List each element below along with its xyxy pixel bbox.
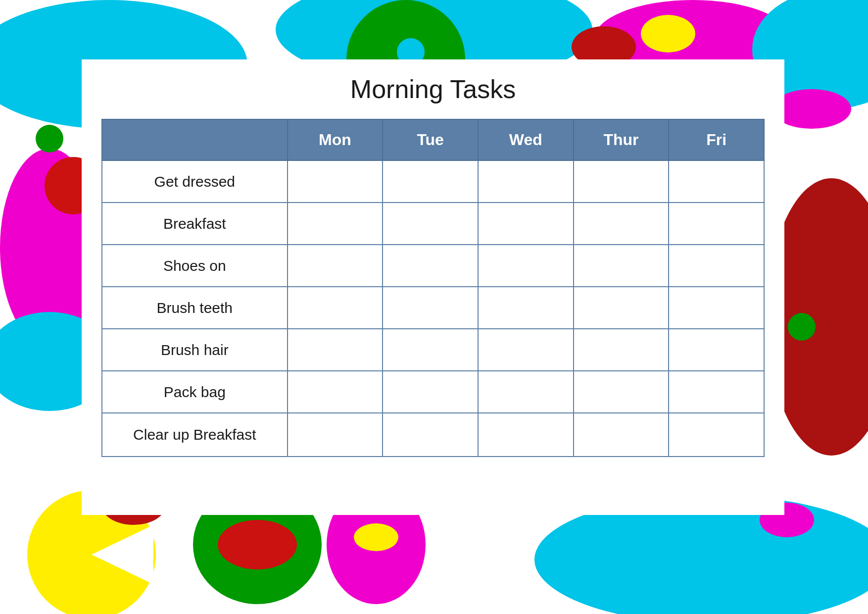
task-cell[interactable]: [383, 287, 478, 329]
task-cell[interactable]: [288, 287, 383, 329]
col-header-thur: Thur: [574, 119, 669, 160]
task-cell[interactable]: [383, 329, 478, 371]
task-cell[interactable]: [288, 245, 383, 287]
svg-point-20: [218, 520, 297, 569]
col-header-fri: Fri: [669, 119, 764, 160]
task-cell[interactable]: [383, 413, 478, 457]
svg-point-13: [36, 125, 63, 153]
task-label: Shoes on: [102, 245, 288, 287]
task-cell[interactable]: [669, 371, 764, 413]
task-label: Breakfast: [102, 203, 288, 245]
table-row: Clear up Breakfast: [102, 413, 764, 457]
svg-point-8: [641, 15, 695, 52]
task-label: Brush teeth: [102, 287, 288, 329]
task-cell[interactable]: [478, 245, 574, 287]
task-label: Get dressed: [102, 160, 288, 203]
task-cell[interactable]: [574, 160, 669, 203]
svg-point-22: [354, 523, 398, 551]
task-cell[interactable]: [478, 160, 574, 203]
task-cell[interactable]: [478, 203, 574, 245]
svg-marker-17: [92, 525, 153, 584]
task-cell[interactable]: [574, 245, 669, 287]
task-cell[interactable]: [574, 203, 669, 245]
task-cell[interactable]: [383, 160, 478, 203]
table-row: Shoes on: [102, 245, 764, 287]
task-cell[interactable]: [478, 413, 574, 457]
task-cell[interactable]: [478, 287, 574, 329]
page-title: Morning Tasks: [101, 74, 765, 104]
tasks-table: Mon Tue Wed Thur Fri Get dressedBreakfas…: [101, 119, 765, 457]
task-cell[interactable]: [288, 371, 383, 413]
task-cell[interactable]: [669, 203, 764, 245]
task-cell[interactable]: [478, 371, 574, 413]
table-row: Get dressed: [102, 160, 764, 203]
task-cell[interactable]: [383, 371, 478, 413]
task-cell[interactable]: [669, 287, 764, 329]
task-cell[interactable]: [574, 329, 669, 371]
col-header-wed: Wed: [478, 119, 574, 160]
task-col-header: [102, 119, 288, 160]
col-header-mon: Mon: [288, 119, 383, 160]
task-label: Pack bag: [102, 371, 288, 413]
task-cell[interactable]: [383, 203, 478, 245]
task-label: Brush hair: [102, 329, 288, 371]
task-cell[interactable]: [383, 245, 478, 287]
main-card: Morning Tasks Mon Tue Wed Thur Fri Get d…: [82, 59, 784, 515]
task-cell[interactable]: [669, 329, 764, 371]
task-cell[interactable]: [288, 203, 383, 245]
task-cell[interactable]: [574, 371, 669, 413]
task-cell[interactable]: [288, 160, 383, 203]
table-row: Brush teeth: [102, 287, 764, 329]
svg-point-15: [788, 313, 816, 341]
task-cell[interactable]: [574, 287, 669, 329]
table-row: Pack bag: [102, 371, 764, 413]
task-cell[interactable]: [574, 413, 669, 457]
table-row: Breakfast: [102, 203, 764, 245]
table-header-row: Mon Tue Wed Thur Fri: [102, 119, 764, 160]
task-cell[interactable]: [669, 413, 764, 457]
task-cell[interactable]: [669, 245, 764, 287]
task-cell[interactable]: [669, 160, 764, 203]
table-row: Brush hair: [102, 329, 764, 371]
task-cell[interactable]: [288, 413, 383, 457]
col-header-tue: Tue: [383, 119, 478, 160]
task-label: Clear up Breakfast: [102, 413, 288, 457]
task-cell[interactable]: [478, 329, 574, 371]
task-cell[interactable]: [288, 329, 383, 371]
